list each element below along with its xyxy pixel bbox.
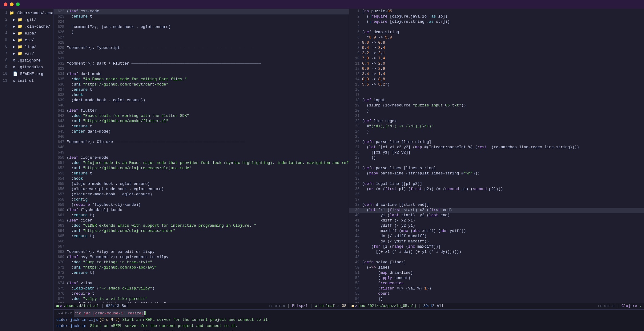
sidebar-item[interactable]: 10📄 README.org (0, 71, 54, 78)
code-line: 662(leaf cider (54, 218, 349, 224)
line-number: 11 (350, 62, 360, 66)
close-button[interactable] (4, 2, 7, 6)
file-tree-sidebar: 1📁 /Users/mads/.emacs.d/2▶ 📁 .git/3▶ 📁 .… (0, 9, 54, 331)
line-number: 41 (350, 218, 360, 223)
line-content: "comment">;; Clojure ───────────────────… (67, 140, 245, 144)
sidebar-item[interactable]: 3▶ 📁 .cln-cache/ (0, 23, 54, 30)
left-modeline: ⚙ .emacs.d/init.el | 622:13 Bot LF UTF-8… (54, 303, 349, 309)
line-content: (leaf vilpy (67, 281, 92, 285)
code-line: 27 (let [[x1 y1 x2 y2] (map #(Integer/pa… (349, 145, 644, 150)
line-content: maxdiff (max (abs xdiff) (abs ydiff)) (362, 229, 466, 233)
sidebar-item[interactable]: 6▶ 📁 lisp/ (0, 44, 54, 50)
line-content: 8,0 -> 0,8 (362, 41, 385, 45)
line-number: 641 (55, 109, 64, 113)
line-number: 23 (350, 124, 360, 129)
line-content: :hook (67, 93, 83, 97)
code-line: 668"comment">;; Vilpy or paredit or lisp… (54, 250, 349, 255)
line-number: 677 (55, 297, 64, 301)
line-content: (:require [clojure.string :as str])) (362, 20, 450, 24)
sidebar-item[interactable]: 4▶ 📁 elpa/ (0, 30, 54, 37)
sidebar-item[interactable]: 9⚙ .gitmodules (0, 64, 54, 71)
line-number: 653 (55, 171, 64, 176)
sidebar-item[interactable]: 7▶ 📁 var/ (0, 50, 54, 57)
line-number: 48 (350, 255, 360, 259)
line-content: (ns puzzle-05 (362, 9, 392, 14)
line-content: :doc "Emacs tools for working with the F… (67, 114, 189, 118)
code-line: 47 [(+ x1 (* i dx)) (+ y1 (* i dy))])))) (349, 250, 644, 255)
code-line: 24 ) (349, 130, 644, 135)
line-content: "comment">;; (css-mode-hook . eglot-ensu… (67, 25, 171, 29)
code-line: 674(leaf vilpy (54, 281, 349, 286)
code-line: 116,4 -> 2,0 (349, 62, 644, 67)
line-number: 1 (350, 9, 360, 14)
line-number: 4 (2, 30, 7, 36)
line-content: (clojurescript-mode-hook . eglot-ensure) (67, 187, 164, 191)
right-modeline: ⚙ aoc-2021/s/a/puzzle_05.clj | 39:12 All… (349, 303, 644, 309)
code-line: 21 (349, 114, 644, 119)
line-number: 668 (55, 250, 64, 254)
minibuffer-entry[interactable]: cider-jack-inStart an nREPL server for t… (56, 323, 642, 329)
line-content: 2,2 -> 2,1 (362, 51, 385, 55)
line-content: ) (67, 30, 74, 34)
line-content: #"(\d+),(\d+) -> (\d+),(\d+)" (362, 124, 434, 129)
sidebar-item[interactable]: 5▶ 📁 etc/ (0, 37, 54, 44)
code-line: 45 dy (/ ydiff maxdiff)) (349, 239, 644, 245)
line-number: 642 (55, 114, 64, 118)
line-content: (def input (362, 98, 385, 102)
line-number: 650 (55, 156, 64, 160)
sidebar-item[interactable] (0, 84, 54, 85)
minibuffer[interactable]: 3/4M-xcid jac [drag-mouse-1: resize]▌cid… (54, 309, 644, 331)
line-number: 3 (2, 24, 7, 30)
line-content: :require t (67, 292, 95, 296)
left-modeline-icon: ⚙ (60, 304, 62, 308)
code-line: 28 [[x1 y1] [x2 y2]] (349, 150, 644, 156)
line-content: :ensure t (67, 14, 92, 19)
code-line: 29 )) (349, 156, 644, 161)
line-content: :url "https://github.com/abo-abo/avy" (67, 265, 157, 270)
line-content: dy (/ ydiff maxdiff)) (362, 239, 429, 244)
right-modeline-pos: 39:12 (423, 304, 434, 308)
line-number: 676 (55, 292, 64, 296)
line-number: 31 (350, 166, 360, 170)
line-number: 38 (350, 203, 360, 207)
line-content: (defn draw-line [[start end]] (362, 203, 429, 207)
code-line: 34(defn legal-line [[p1 p2]] (349, 182, 644, 187)
line-content: dx (/ xdiff maxdiff) (362, 234, 427, 238)
left-editor-pane: 622(leaf css-mode623 :ensure t624625 "co… (54, 9, 349, 303)
line-number: 14 (350, 77, 360, 82)
line-content: :load-path ("~/.emacs.d/lisp/vilpy") (67, 286, 155, 291)
line-content: :hook (67, 177, 83, 181)
line-content: [[x1 y1] [x2 y2]] (362, 150, 411, 155)
sidebar-item[interactable]: 11⚙ init.el (0, 78, 54, 84)
left-modeline-mode-bot: Bot (122, 304, 128, 308)
line-number: 669 (55, 255, 64, 259)
code-line: 652 :url "https://github.com/clojure-ema… (54, 166, 349, 171)
minibuffer-entry[interactable]: cider-jack-in-clj(C-c M-j)Start an nREPL… (56, 329, 642, 331)
minibuffer-entry[interactable]: cider-jack-in-cljs(C-c M-J)Start an nREP… (56, 317, 642, 323)
sidebar-item[interactable]: 1📁 /Users/mads/.emacs.d/ (0, 10, 54, 17)
line-number: 34 (350, 182, 360, 186)
line-number: 631 (55, 56, 64, 61)
line-number: 627 (55, 35, 64, 40)
line-number: 9 (2, 64, 7, 70)
line-content: :ensure t) (67, 234, 95, 238)
code-line: 646 (54, 135, 349, 140)
left-editor-content[interactable]: 622(leaf css-mode623 :ensure t624625 "co… (54, 9, 349, 303)
code-line: 46 (for [i (range (inc maxdiff))] (349, 245, 644, 250)
minimize-button[interactable] (10, 2, 14, 6)
code-line: 647"comment">;; Clojure ────────────────… (54, 140, 349, 145)
right-editor-content[interactable]: 1(ns puzzle-052 (:require [clojure.java.… (349, 9, 644, 303)
code-line: 50 (->> lines (349, 265, 644, 271)
line-number: 43 (350, 229, 360, 233)
line-number: 658 (55, 197, 64, 202)
code-line: 36 (349, 192, 644, 197)
sidebar-item[interactable]: 2▶ 📁 .git/ (0, 17, 54, 23)
sidebar-item[interactable]: 8⚙ .gitignore (0, 57, 54, 64)
file-tree-content[interactable]: 1📁 /Users/mads/.emacs.d/2▶ 📁 .git/3▶ 📁 .… (0, 9, 54, 331)
line-content: (leaf flycheck-clj-kondo (67, 208, 122, 212)
line-content: (defn solve [lines] (362, 260, 406, 265)
line-content: y1 (last start) y2 (last end) (362, 213, 450, 217)
line-number: 639 (55, 98, 64, 102)
left-modeline-major: ELisp/l (292, 304, 308, 308)
maximize-button[interactable] (16, 2, 20, 6)
